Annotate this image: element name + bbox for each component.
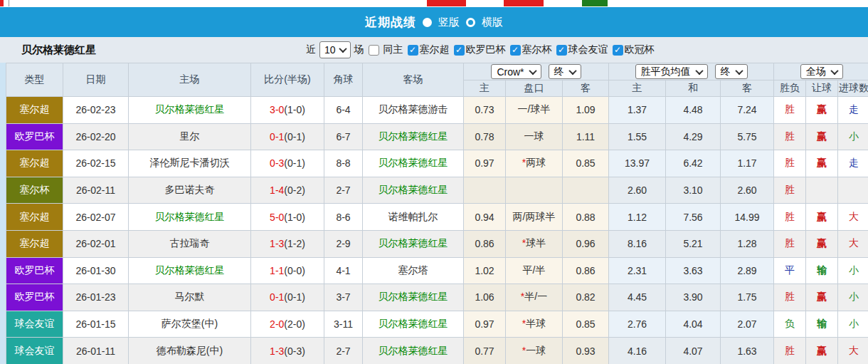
league-badge: 欧罗巴杯 xyxy=(6,124,63,150)
match-row: 塞尔杯26-02-11多巴诺夫奇1-4(0-2)2-7贝尔格莱德红星2.603.… xyxy=(6,177,868,204)
column-header-date: 日期 xyxy=(63,63,129,97)
avg-odds-select[interactable]: 胜平负均值 xyxy=(635,64,708,79)
match-date: 26-01-23 xyxy=(63,284,129,311)
league-filter: ✓欧罗巴杯 xyxy=(450,43,506,56)
league-checkbox[interactable]: ✓ xyxy=(454,45,465,56)
subheader-goals: 进球数 xyxy=(838,80,868,97)
chevron-down-icon xyxy=(568,66,576,74)
scope-select[interactable]: 全场 xyxy=(800,64,843,79)
score-cell: 0-3(0-1) xyxy=(251,150,324,177)
spread-outcome xyxy=(806,177,838,204)
league-checkbox[interactable]: ✓ xyxy=(510,45,521,56)
handicap-star: * xyxy=(522,237,526,249)
handicap: *球半 xyxy=(506,230,563,257)
avg-home-odds: 1.12 xyxy=(609,204,666,231)
column-header-home: 主场 xyxy=(129,63,251,97)
league-badge: 塞尔超 xyxy=(6,97,63,123)
away-team: 贝尔格莱德游击 xyxy=(363,97,464,124)
crow-home-odds: 0.97 xyxy=(464,311,506,338)
match-row: 欧罗巴杯26-01-23马尔默0-1(0-1)3-7贝尔格莱德红星1.06*半/… xyxy=(6,284,868,311)
filter-bar: 贝尔格莱德红星 近 10 场 同主 ✓塞尔超✓欧罗巴杯✓塞尔杯✓球会友谊✓欧冠杯 xyxy=(0,37,868,63)
avg-away-odds: 2.89 xyxy=(721,257,774,284)
full-time-score: 0-1 xyxy=(270,291,284,303)
match-row: 球会友谊26-01-11德布勒森尼(中)1-3(0-3)2-7贝尔格莱德红星0.… xyxy=(6,338,868,364)
horizontal-radio[interactable] xyxy=(466,18,475,27)
crow-home-odds: 1.06 xyxy=(464,284,506,311)
away-team: 贝尔格莱德红星 xyxy=(363,284,464,311)
league-filters: ✓塞尔超✓欧罗巴杯✓塞尔杯✓球会友谊✓欧冠杯 xyxy=(403,43,655,56)
half-time-score: (0-1) xyxy=(284,291,305,303)
vertical-radio[interactable] xyxy=(423,18,432,27)
corners: 2-7 xyxy=(324,338,363,364)
league-label: 欧罗巴杯 xyxy=(466,43,506,56)
half-time-score: (0-0) xyxy=(284,265,305,276)
match-date: 26-02-01 xyxy=(63,230,129,257)
away-team: 贝尔格莱德红星 xyxy=(363,311,464,338)
avg-away-odds: 1.28 xyxy=(721,230,774,257)
horizontal-radio-label: 横版 xyxy=(482,16,503,29)
avg-period-select[interactable]: 终 xyxy=(715,64,748,79)
league-badge: 球会友谊 xyxy=(6,338,63,364)
bookmaker-period-value: 终 xyxy=(554,66,564,78)
away-team: 贝尔格莱德红星 xyxy=(363,230,464,257)
league-badge: 塞尔超 xyxy=(6,204,63,230)
league-filter: ✓欧冠杯 xyxy=(608,43,655,56)
league-badge-cell: 欧罗巴杯 xyxy=(6,123,63,150)
avg-home-odds: 2.60 xyxy=(609,177,666,204)
league-badge-cell: 塞尔超 xyxy=(6,204,63,231)
bookmaker-select[interactable]: Crow* xyxy=(491,64,541,79)
league-badge-cell: 塞尔超 xyxy=(6,230,63,257)
column-header-score: 比分(半场) xyxy=(251,63,324,97)
avg-draw-odds: 6.42 xyxy=(666,150,721,177)
spread-outcome: 赢 xyxy=(806,338,838,364)
home-team: 贝尔格莱德红星 xyxy=(129,257,251,284)
top-strip xyxy=(0,0,868,7)
score-cell: 1-1(0-0) xyxy=(251,257,324,284)
avg-away-odds: 1.17 xyxy=(721,150,774,177)
crow-away-odds: 0.85 xyxy=(563,150,609,177)
score-cell: 1-3(1-2) xyxy=(251,230,324,257)
home-team: 贝尔格莱德红星 xyxy=(129,204,251,231)
full-time-score: 0-3 xyxy=(270,157,284,169)
avg-period-value: 终 xyxy=(721,66,731,78)
league-checkbox[interactable]: ✓ xyxy=(613,45,623,56)
result-outcome: 平 xyxy=(774,257,806,284)
subheader-avg-away: 客 xyxy=(721,80,774,97)
match-date: 26-01-11 xyxy=(63,338,129,364)
result-outcome: 胜 xyxy=(774,204,806,231)
away-team: 贝尔格莱德红星 xyxy=(363,338,464,364)
away-team: 诺维帕扎尔 xyxy=(363,204,464,231)
handicap: *两球 xyxy=(506,150,563,177)
same-home-checkbox[interactable] xyxy=(369,45,379,56)
match-date: 26-02-23 xyxy=(63,97,129,124)
goals-outcome: 小 xyxy=(838,311,868,338)
goals-outcome: 大 xyxy=(838,204,868,231)
crow-away-odds: 0.85 xyxy=(563,311,609,338)
handicap xyxy=(506,177,563,204)
league-checkbox[interactable]: ✓ xyxy=(556,45,567,56)
near-label: 近 xyxy=(306,43,316,56)
bookmaker-period-select[interactable]: 终 xyxy=(549,64,581,79)
avg-home-odds: 2.31 xyxy=(609,257,666,284)
crow-away-odds: 1.11 xyxy=(563,123,609,150)
spread-outcome: 赢 xyxy=(806,204,838,231)
spread-outcome: 输 xyxy=(806,257,838,284)
league-checkbox[interactable]: ✓ xyxy=(408,45,418,56)
goals-outcome: 小 xyxy=(838,123,868,150)
same-home-label: 同主 xyxy=(383,43,403,56)
recent-count-select[interactable]: 10 xyxy=(319,41,351,58)
recent-count-value: 10 xyxy=(324,44,336,56)
goals-outcome: 小 xyxy=(838,284,868,311)
league-badge-cell: 欧罗巴杯 xyxy=(6,284,63,311)
league-badge-cell: 塞尔超 xyxy=(6,97,63,124)
match-row: 塞尔超26-02-23贝尔格莱德红星3-0(1-0)6-4贝尔格莱德游击0.73… xyxy=(6,97,868,124)
match-row: 欧罗巴杯26-02-20里尔0-1(0-1)6-7贝尔格莱德红星0.78一球1.… xyxy=(6,123,868,150)
corners: 6-7 xyxy=(324,123,363,150)
button-fragment xyxy=(504,0,544,6)
home-team: 多巴诺夫奇 xyxy=(129,177,251,204)
scope-select-value: 全场 xyxy=(806,66,826,78)
half-time-score: (1-0) xyxy=(284,104,305,115)
avg-draw-odds: 4.07 xyxy=(666,338,721,364)
handicap: 平/半 xyxy=(506,257,563,284)
column-header-type: 类型 xyxy=(6,63,63,97)
